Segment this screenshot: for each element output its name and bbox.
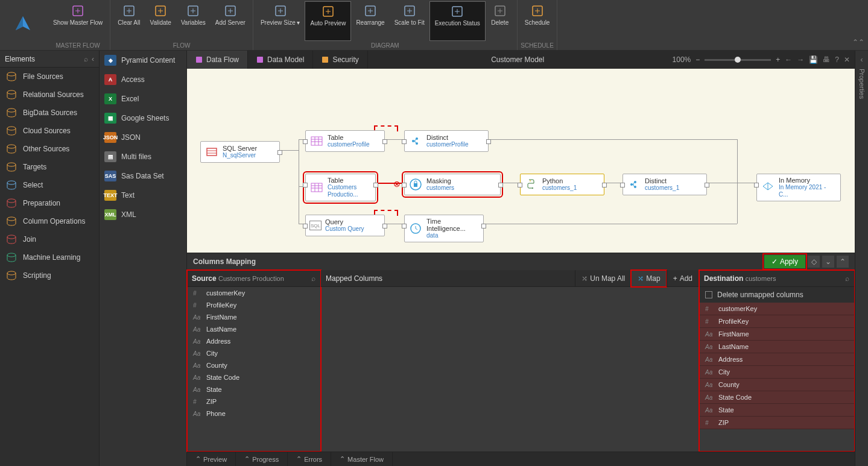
dst-col[interactable]: #ZIP bbox=[699, 417, 854, 429]
search-icon[interactable]: ⌕ bbox=[84, 55, 88, 63]
scale-fit-button[interactable]: Scale to Fit bbox=[390, 1, 429, 41]
src-col[interactable]: AaFirstName bbox=[187, 311, 320, 323]
close-icon[interactable]: ✕ bbox=[844, 55, 850, 64]
element-targets[interactable]: Targets bbox=[0, 158, 99, 176]
source-pyramid[interactable]: ◆Pyramid Content bbox=[100, 51, 186, 70]
dst-col[interactable]: #ProfileKey bbox=[699, 315, 854, 328]
src-col[interactable]: #customerKey bbox=[187, 287, 320, 299]
src-col[interactable]: #ZIP bbox=[187, 395, 320, 408]
node-timeintel[interactable]: Time Intelligence...data bbox=[404, 215, 484, 242]
add-button[interactable]: +Add bbox=[667, 270, 699, 287]
preview-size-button[interactable]: Preview Size ▾ bbox=[256, 1, 305, 41]
element-file-sources[interactable]: File Sources bbox=[0, 68, 99, 86]
element-other-sources[interactable]: Other Sources bbox=[0, 140, 99, 158]
element-bigdata-sources[interactable]: BigData Sources bbox=[0, 104, 99, 122]
chevron-up-icon[interactable]: ⌃ bbox=[837, 256, 849, 268]
source-json[interactable]: JSONJSON bbox=[100, 128, 186, 147]
variables-button[interactable]: Variables bbox=[176, 1, 211, 41]
element-ml[interactable]: Machine Learning bbox=[0, 248, 99, 266]
src-col[interactable]: AaCounty bbox=[187, 359, 320, 371]
element-join[interactable]: Join bbox=[0, 230, 99, 248]
rearrange-button[interactable]: Rearrange bbox=[351, 1, 389, 41]
source-xml[interactable]: XMLXML bbox=[100, 205, 186, 224]
node-sqlserver[interactable]: SQL ServerN_sqlServer bbox=[200, 141, 280, 163]
show-master-flow-button[interactable]: Show Master Flow bbox=[48, 1, 107, 41]
auto-preview-button[interactable]: Auto Preview bbox=[305, 1, 351, 41]
src-col[interactable]: AaPhone bbox=[187, 408, 320, 420]
element-cloud-sources[interactable]: Cloud Sources bbox=[0, 122, 99, 140]
source-text[interactable]: TEXTText bbox=[100, 186, 186, 205]
src-col[interactable]: #ProfileKey bbox=[187, 299, 320, 311]
dst-col[interactable]: AaAddress bbox=[699, 353, 854, 366]
collapse-icon[interactable]: ‹ bbox=[861, 55, 863, 64]
unmap-all-button[interactable]: ⤭Un Map All bbox=[575, 270, 631, 287]
btab-preview[interactable]: ⌃Preview bbox=[187, 452, 236, 466]
dst-col[interactable]: AaLastName bbox=[699, 341, 854, 353]
source-gsheets[interactable]: ▦Google Sheets bbox=[100, 109, 186, 128]
dst-col[interactable]: AaFirstName bbox=[699, 328, 854, 341]
btab-progress[interactable]: ⌃Progress bbox=[236, 452, 288, 466]
help-icon[interactable]: ? bbox=[835, 55, 839, 64]
search-icon[interactable]: ⌕ bbox=[845, 274, 849, 283]
src-col[interactable]: AaLastName bbox=[187, 323, 320, 335]
chevron-down-icon[interactable]: ⌄ bbox=[822, 256, 834, 268]
clear-all-button[interactable]: Clear All bbox=[113, 1, 145, 41]
src-col[interactable]: AaCity bbox=[187, 347, 320, 359]
node-inmemory[interactable]: In MemoryIn Memory 2021 - C... bbox=[756, 174, 841, 201]
chevron-up-icon: ⌃ bbox=[340, 455, 345, 463]
dst-col[interactable]: AaCounty bbox=[699, 379, 854, 391]
node-table-profile[interactable]: TablecustomerProfile bbox=[305, 130, 385, 152]
tab-datamodel[interactable]: Data Model bbox=[248, 51, 313, 69]
nav-fwd-icon[interactable]: → bbox=[797, 55, 804, 64]
validate-button[interactable]: Validate bbox=[145, 1, 176, 41]
ribbon-collapse-icon[interactable]: ⌃⌃ bbox=[852, 38, 864, 46]
exec-status-button[interactable]: Execution Status bbox=[429, 1, 486, 41]
dst-col[interactable]: AaState bbox=[699, 404, 854, 417]
tab-security[interactable]: Security bbox=[313, 51, 367, 69]
node-query[interactable]: SQL QueryCustom Query bbox=[305, 215, 385, 236]
zoom-slider[interactable] bbox=[705, 59, 771, 61]
btab-masterflow[interactable]: ⌃Master Flow bbox=[331, 452, 393, 466]
search-icon[interactable]: ⌕ bbox=[311, 274, 315, 283]
delete-unmapped-checkbox[interactable]: Delete unmapped columns bbox=[699, 287, 854, 303]
element-select[interactable]: Select bbox=[0, 176, 99, 194]
apply-button[interactable]: ✓ Apply bbox=[764, 255, 805, 268]
dst-col[interactable]: AaState Code bbox=[699, 391, 854, 404]
source-access[interactable]: AAccess bbox=[100, 70, 186, 89]
btab-errors[interactable]: ⌃Errors bbox=[288, 452, 331, 466]
element-preparation[interactable]: Preparation bbox=[0, 194, 99, 212]
source-excel[interactable]: XExcel bbox=[100, 89, 186, 109]
print-icon[interactable]: 🖶 bbox=[823, 55, 830, 64]
properties-rail[interactable]: ‹ Properties bbox=[855, 51, 868, 466]
diamond-icon[interactable]: ◇ bbox=[808, 256, 820, 268]
validate-icon bbox=[153, 4, 168, 18]
collapse-icon[interactable]: ‹ bbox=[92, 55, 94, 63]
src-col[interactable]: AaState bbox=[187, 383, 320, 395]
node-masking[interactable]: Maskingcustomers bbox=[404, 174, 501, 195]
source-sas[interactable]: SASSas Data Set bbox=[100, 166, 186, 186]
zoom-in-icon[interactable]: + bbox=[776, 55, 780, 64]
source-multifiles[interactable]: ▤Multi files bbox=[100, 147, 186, 166]
dst-col[interactable]: #customerKey bbox=[699, 303, 854, 315]
element-scripting[interactable]: Scripting bbox=[0, 266, 99, 285]
delete-button[interactable]: Delete bbox=[486, 1, 515, 41]
dst-col[interactable]: AaCity bbox=[699, 366, 854, 379]
map-button[interactable]: ⤭Map bbox=[631, 270, 666, 287]
node-table-customers[interactable]: TableCustomers Productio... bbox=[305, 174, 376, 201]
diagram-canvas[interactable]: SQL ServerN_sqlServer TablecustomerProfi… bbox=[187, 69, 855, 253]
type-icon: Aa bbox=[193, 374, 203, 381]
element-column-ops[interactable]: Column Operations bbox=[0, 212, 99, 230]
node-python[interactable]: Pythoncustomers_1 bbox=[520, 174, 604, 195]
node-distinct-customers[interactable]: Distinctcustomers_1 bbox=[622, 174, 707, 195]
zoom-out-icon[interactable]: − bbox=[695, 55, 700, 64]
nav-back-icon[interactable]: ← bbox=[785, 55, 792, 64]
element-relational-sources[interactable]: Relational Sources bbox=[0, 86, 99, 104]
tab-dataflow[interactable]: Data Flow bbox=[187, 51, 248, 69]
add-server-button[interactable]: Add Server bbox=[211, 1, 250, 41]
mapping-title: Columns Mapping bbox=[193, 257, 256, 266]
save-icon[interactable]: 💾 bbox=[809, 55, 818, 64]
schedule-button[interactable]: Schedule bbox=[520, 1, 555, 41]
node-distinct-profile[interactable]: DistinctcustomerProfile bbox=[404, 130, 489, 152]
src-col[interactable]: AaState Code bbox=[187, 371, 320, 383]
src-col[interactable]: AaAddress bbox=[187, 335, 320, 347]
